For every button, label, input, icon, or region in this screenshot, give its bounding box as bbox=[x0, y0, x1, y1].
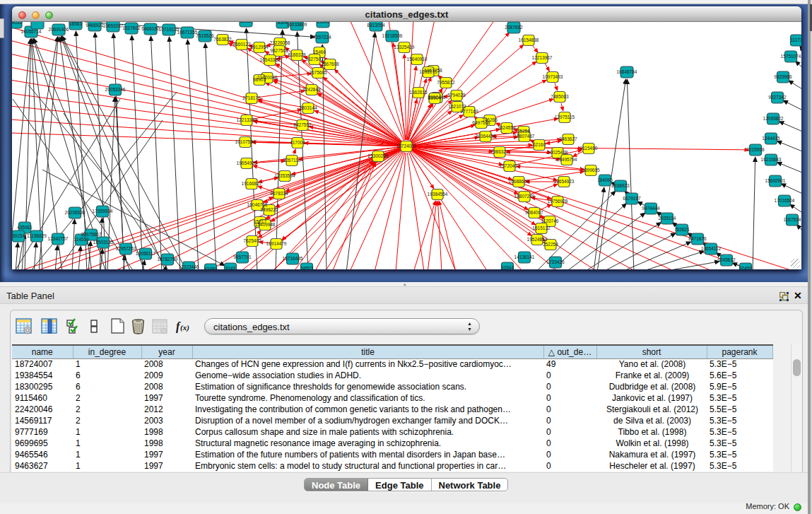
svg-text:19384554: 19384554 bbox=[428, 192, 448, 197]
svg-text:14055: 14055 bbox=[12, 22, 22, 25]
svg-text:7625402: 7625402 bbox=[243, 238, 261, 243]
svg-text:9327503: 9327503 bbox=[305, 57, 324, 62]
svg-text:3498222: 3498222 bbox=[260, 207, 278, 212]
svg-text:20691406: 20691406 bbox=[49, 27, 69, 32]
svg-text:16543382: 16543382 bbox=[260, 57, 281, 62]
svg-text:15716485: 15716485 bbox=[283, 256, 303, 261]
svg-text:2087682: 2087682 bbox=[505, 25, 523, 30]
svg-text:7955812: 7955812 bbox=[437, 80, 455, 85]
svg-text:3675685: 3675685 bbox=[309, 70, 327, 75]
svg-text:25300295: 25300295 bbox=[368, 153, 389, 158]
svg-text:23226058: 23226058 bbox=[270, 40, 290, 45]
svg-text:8471676: 8471676 bbox=[688, 236, 707, 241]
svg-text:18495794: 18495794 bbox=[557, 157, 577, 162]
svg-text:1120746: 1120746 bbox=[541, 218, 559, 223]
svg-text:252254: 252254 bbox=[543, 242, 558, 247]
svg-text:16914479: 16914479 bbox=[266, 241, 287, 246]
svg-text:12503135: 12503135 bbox=[93, 240, 114, 245]
svg-text:18563: 18563 bbox=[69, 22, 82, 26]
svg-text:7485063: 7485063 bbox=[551, 94, 569, 99]
svg-text:3215958: 3215958 bbox=[746, 147, 765, 152]
svg-text:30975867: 30975867 bbox=[81, 232, 102, 237]
svg-text:11156829: 11156829 bbox=[27, 233, 47, 238]
svg-text:12093822: 12093822 bbox=[763, 116, 784, 121]
svg-text:92450: 92450 bbox=[204, 267, 217, 269]
svg-text:17359934: 17359934 bbox=[93, 209, 113, 214]
svg-text:12213967: 12213967 bbox=[532, 55, 553, 60]
svg-text:6679197: 6679197 bbox=[623, 196, 641, 201]
svg-text:19654923: 19654923 bbox=[554, 179, 575, 184]
svg-text:9463627: 9463627 bbox=[559, 136, 577, 141]
svg-text:435061: 435061 bbox=[17, 225, 33, 230]
svg-text:12213389: 12213389 bbox=[237, 117, 257, 122]
svg-text:1527602: 1527602 bbox=[122, 25, 141, 30]
svg-text:10653287: 10653287 bbox=[103, 23, 124, 28]
svg-text:10654112: 10654112 bbox=[701, 246, 722, 251]
svg-text:2803144: 2803144 bbox=[299, 105, 317, 110]
svg-text:18724007: 18724007 bbox=[396, 144, 417, 148]
svg-text:9657791: 9657791 bbox=[233, 255, 252, 259]
svg-text:6794028: 6794028 bbox=[447, 93, 466, 98]
svg-text:14136141: 14136141 bbox=[514, 255, 535, 259]
svg-text:15692901: 15692901 bbox=[765, 178, 786, 183]
svg-text:10958117: 10958117 bbox=[136, 251, 156, 256]
svg-text:16210643: 16210643 bbox=[761, 157, 782, 162]
svg-text:15409948: 15409948 bbox=[255, 222, 276, 227]
svg-text:9329966: 9329966 bbox=[774, 74, 792, 79]
svg-text:7357224: 7357224 bbox=[313, 35, 331, 40]
svg-text:8186328: 8186328 bbox=[288, 52, 306, 57]
svg-text:20364436: 20364436 bbox=[476, 134, 496, 139]
svg-text:19218506: 19218506 bbox=[382, 33, 403, 38]
svg-text:20053346: 20053346 bbox=[105, 87, 126, 92]
svg-text:17016504: 17016504 bbox=[775, 198, 795, 203]
svg-text:6466160: 6466160 bbox=[141, 26, 160, 31]
svg-text:7986322: 7986322 bbox=[490, 149, 509, 154]
svg-text:10807487: 10807487 bbox=[514, 134, 535, 139]
svg-text:16671355: 16671355 bbox=[177, 30, 198, 35]
svg-text:9115460: 9115460 bbox=[580, 146, 598, 151]
svg-text:9474444: 9474444 bbox=[642, 206, 660, 211]
svg-text:62160: 62160 bbox=[533, 142, 546, 147]
svg-text:3624554: 3624554 bbox=[498, 125, 516, 130]
svg-text:8678334: 8678334 bbox=[270, 191, 288, 196]
svg-text:12323446: 12323446 bbox=[179, 264, 199, 269]
svg-text:9245612: 9245612 bbox=[717, 257, 736, 262]
svg-text:15720407: 15720407 bbox=[500, 163, 520, 168]
svg-text:16154838: 16154838 bbox=[519, 37, 539, 42]
svg-text:8813054: 8813054 bbox=[367, 23, 385, 28]
svg-text:15466: 15466 bbox=[313, 49, 326, 54]
svg-text:16939: 16939 bbox=[240, 22, 252, 23]
svg-text:17957253: 17957253 bbox=[116, 246, 136, 251]
svg-text:8660123: 8660123 bbox=[233, 42, 251, 47]
svg-text:1615132: 1615132 bbox=[532, 226, 551, 230]
svg-text:14055714: 14055714 bbox=[21, 29, 42, 34]
svg-text:12975115: 12975115 bbox=[555, 115, 575, 119]
svg-text:8427552: 8427552 bbox=[293, 122, 312, 127]
svg-text:89904: 89904 bbox=[428, 95, 441, 100]
svg-text:19756928: 19756928 bbox=[548, 199, 568, 204]
svg-text:2718176: 2718176 bbox=[242, 95, 261, 100]
svg-text:15640910: 15640910 bbox=[407, 57, 428, 62]
svg-text:11173: 11173 bbox=[790, 37, 801, 42]
svg-text:10688609: 10688609 bbox=[509, 179, 529, 184]
svg-text:75256: 75256 bbox=[517, 129, 530, 134]
svg-text:9242848: 9242848 bbox=[302, 87, 321, 92]
svg-text:9777169: 9777169 bbox=[460, 109, 478, 114]
svg-text:8912954: 8912954 bbox=[250, 45, 269, 49]
svg-text:24503: 24503 bbox=[300, 266, 313, 269]
svg-text:417004: 417004 bbox=[290, 140, 305, 145]
svg-text:19341: 19341 bbox=[317, 22, 329, 24]
svg-text:7663822: 7663822 bbox=[213, 37, 232, 42]
svg-text:39154: 39154 bbox=[12, 233, 25, 238]
svg-text:10719135: 10719135 bbox=[159, 27, 180, 32]
svg-text:9084067: 9084067 bbox=[525, 210, 543, 215]
svg-text:19654925: 19654925 bbox=[237, 160, 257, 165]
svg-text:12342757: 12342757 bbox=[48, 236, 69, 241]
svg-text:1621072: 1621072 bbox=[448, 104, 466, 109]
svg-text:98903: 98903 bbox=[253, 77, 266, 82]
svg-text:9827503: 9827503 bbox=[270, 48, 288, 53]
svg-text:20206536: 20206536 bbox=[65, 210, 86, 215]
svg-text:19166827: 19166827 bbox=[242, 181, 262, 186]
svg-text:10973493: 10973493 bbox=[543, 74, 563, 79]
svg-text:13325419: 13325419 bbox=[394, 45, 415, 49]
